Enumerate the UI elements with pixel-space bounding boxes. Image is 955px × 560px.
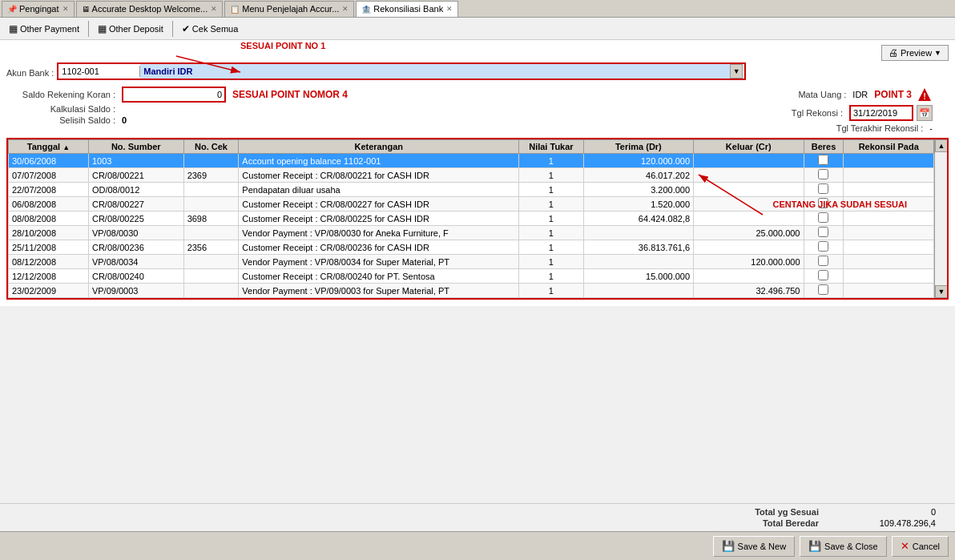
bank-tab-icon: 🏦	[361, 5, 371, 14]
kalkulasi-saldo-label: Kalkulasi Saldo :	[6, 104, 119, 114]
beres-checkbox[interactable]	[818, 256, 828, 266]
data-table-container: Tanggal No. Sumber No. Cek Keterangan Ni…	[6, 138, 949, 300]
accurate-icon: 🖥	[82, 5, 90, 14]
table-row[interactable]: 06/08/2008CR/08/00227Customer Receipt : …	[9, 197, 934, 212]
tab-accurate-welcome[interactable]: 🖥 Accurate Desktop Welcome... ✕	[76, 1, 224, 17]
other-deposit-icon: ▦	[98, 23, 107, 34]
tab-menu-label: Menu Penjelajah Accur...	[242, 4, 339, 14]
scroll-down-btn[interactable]: ▼	[935, 285, 948, 298]
total-sesuai-label: Total yg Sesuai	[755, 507, 819, 517]
divider2	[172, 21, 173, 37]
menu-icon: 📋	[230, 5, 240, 14]
toolbar: ▦ Other Payment ▦ Other Deposit ✔ Cek Se…	[0, 18, 955, 40]
kalkulasi-saldo-row: Kalkulasi Saldo :	[6, 104, 348, 114]
tab-menu-close[interactable]: ✕	[342, 5, 349, 13]
col-keluar-cr[interactable]: Keluar (Cr)	[694, 140, 804, 154]
svg-text:!: !	[923, 91, 926, 101]
save-close-label: Save & Close	[824, 542, 878, 551]
annotation-point4: SESUAI POINT NOMOR 4	[232, 89, 348, 100]
other-payment-icon: ▦	[9, 23, 18, 34]
table-row[interactable]: 30/06/20081003Account opening balance 11…	[9, 154, 934, 168]
saldo-rekening-label: Saldo Rekening Koran :	[6, 90, 119, 99]
tab-rekonsiliasi-bank[interactable]: 🏦 Rekonsiliasi Bank ✕	[356, 1, 458, 17]
table-row[interactable]: 22/07/2008OD/08/0012Pendapatan diluar us…	[9, 183, 934, 197]
beres-checkbox[interactable]	[818, 270, 828, 280]
table-row[interactable]: 28/10/2008VP/08/0030Vendor Payment : VP/…	[9, 226, 934, 240]
save-new-label: Save & New	[738, 542, 787, 551]
cancel-button[interactable]: ✕ Cancel	[892, 536, 949, 557]
table-row[interactable]: 07/07/2008CR/08/002212369Customer Receip…	[9, 168, 934, 183]
preview-button[interactable]: 🖨 Preview ▼	[881, 45, 949, 61]
save-close-button[interactable]: 💾 Save & Close	[800, 536, 887, 557]
pengingat-icon: 📌	[7, 5, 17, 14]
tgl-terakhir-value: -	[929, 123, 933, 133]
mata-uang-value: IDR	[852, 90, 868, 99]
col-rekonsil-pada[interactable]: Rekonsil Pada	[844, 140, 934, 154]
akun-bank-label: Akun Bank :	[6, 68, 54, 78]
cek-icon: ✔	[182, 23, 190, 34]
main-content: SESUAI POINT NO 1 Akun Bank : ▼ 🖨 Previe…	[0, 40, 955, 306]
tab-bar: 📌 Pengingat ✕ 🖥 Accurate Desktop Welcome…	[0, 0, 955, 18]
beres-checkbox[interactable]	[818, 155, 828, 165]
total-beredar-label: Total Beredar	[763, 518, 819, 528]
beres-checkbox[interactable]	[818, 169, 828, 179]
col-no-sumber[interactable]: No. Sumber	[88, 140, 183, 154]
tab-rekonsiliasi-close[interactable]: ✕	[446, 5, 453, 13]
tgl-rekonsi-calendar[interactable]: 📅	[917, 105, 933, 121]
tgl-rekonsi-input[interactable]	[849, 105, 913, 121]
total-beredar-value: 109.478.296,4	[832, 518, 936, 528]
akun-bank-row: ▼	[57, 62, 746, 80]
beres-checkbox[interactable]	[818, 241, 828, 252]
other-payment-button[interactable]: ▦ Other Payment	[3, 20, 85, 38]
mata-uang-label: Mata Uang :	[798, 90, 846, 99]
other-payment-label: Other Payment	[20, 24, 79, 34]
tab-menu-penjelajah[interactable]: 📋 Menu Penjelajah Accur... ✕	[224, 1, 354, 17]
table-row[interactable]: 23/02/2009VP/09/0003Vendor Payment : VP/…	[9, 284, 934, 298]
selisih-saldo-value: 0	[122, 115, 127, 125]
cancel-icon: ✕	[901, 540, 909, 552]
cek-semua-label: Cek Semua	[192, 24, 238, 34]
footer-totals: Total yg Sesuai 0 Total Beredar 109.478.…	[0, 503, 955, 531]
beres-checkbox[interactable]	[818, 198, 828, 208]
save-new-button[interactable]: 💾 Save & New	[713, 536, 796, 557]
tab-pengingat-label: Pengingat	[19, 4, 59, 14]
other-deposit-label: Other Deposit	[109, 24, 163, 34]
col-no-cek[interactable]: No. Cek	[183, 140, 239, 154]
divider1	[88, 21, 89, 37]
beres-checkbox[interactable]	[818, 284, 828, 295]
other-deposit-button[interactable]: ▦ Other Deposit	[92, 20, 169, 38]
beres-checkbox[interactable]	[818, 212, 828, 223]
save-new-icon: 💾	[722, 540, 735, 552]
col-keterangan[interactable]: Keterangan	[239, 140, 519, 154]
tgl-rekonsi-label: Tgl Rekonsi :	[792, 108, 843, 118]
akun-bank-name-input[interactable]	[140, 64, 730, 79]
selisih-saldo-row: Selisih Saldo : 0	[6, 115, 348, 125]
saldo-rekening-input[interactable]	[122, 87, 226, 103]
tab-pengingat[interactable]: 📌 Pengingat ✕	[2, 1, 75, 17]
table-row[interactable]: 25/11/2008CR/08/002362356Customer Receip…	[9, 240, 934, 255]
scroll-up-btn[interactable]: ▲	[935, 139, 948, 152]
selisih-saldo-label: Selisih Saldo :	[6, 115, 119, 125]
preview-dropdown-icon: ▼	[934, 49, 941, 57]
annotation-point3: POINT 3	[874, 89, 912, 100]
table-row[interactable]: 08/08/2008CR/08/002253698Customer Receip…	[9, 212, 934, 226]
col-terima-dr[interactable]: Terima (Dr)	[583, 140, 693, 154]
bottom-bar: 💾 Save & New 💾 Save & Close ✕ Cancel	[0, 531, 955, 560]
col-nilai-tukar[interactable]: Nilai Tukar	[519, 140, 584, 154]
preview-label: Preview	[901, 48, 932, 58]
cek-semua-button[interactable]: ✔ Cek Semua	[176, 20, 244, 38]
table-row[interactable]: 12/12/2008CR/08/00240Customer Receipt : …	[9, 269, 934, 284]
tab-pengingat-close[interactable]: ✕	[62, 5, 69, 13]
tgl-terakhir-label: Tgl Terakhir Rekonsil :	[836, 123, 924, 133]
beres-checkbox[interactable]	[818, 227, 828, 237]
col-tanggal[interactable]: Tanggal	[9, 140, 89, 154]
akun-bank-dropdown[interactable]: ▼	[730, 64, 743, 79]
beres-checkbox[interactable]	[818, 183, 828, 194]
table-row[interactable]: 08/12/2008VP/08/0034Vendor Payment : VP/…	[9, 255, 934, 269]
total-sesuai-value: 0	[832, 507, 936, 517]
col-beres[interactable]: Beres	[804, 140, 844, 154]
tab-accurate-label: Accurate Desktop Welcome...	[92, 4, 208, 14]
saldo-rekening-row: Saldo Rekening Koran : SESUAI POINT NOMO…	[6, 87, 348, 103]
tab-accurate-close[interactable]: ✕	[211, 5, 217, 13]
akun-bank-code-input[interactable]	[60, 66, 140, 77]
